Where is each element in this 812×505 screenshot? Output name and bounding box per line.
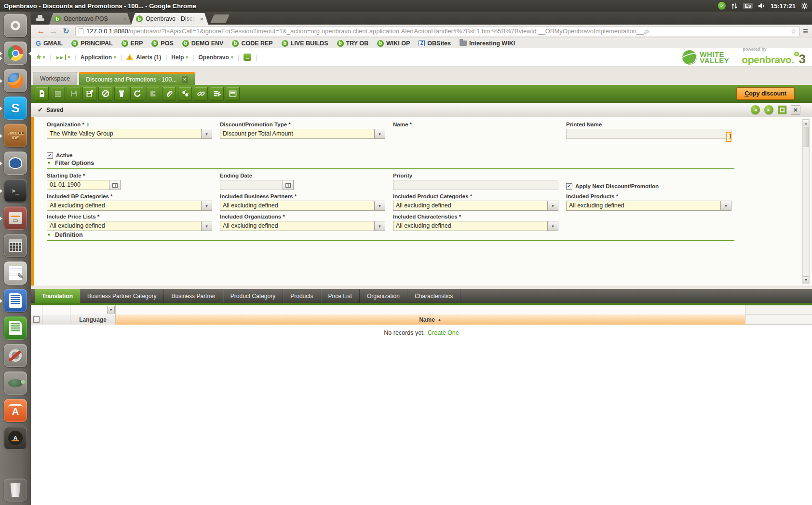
included-business-partners-input[interactable]: All excluding defined [220,201,375,211]
launcher-item-postgresql[interactable] [0,151,31,176]
filter-cell[interactable] [42,305,70,314]
bookmark-erp[interactable]: bERP [122,40,143,47]
launcher-item-tortoise-svn[interactable] [0,371,31,396]
included-product-categories-input[interactable]: All excluding defined [393,201,548,211]
include-price-lists-dropdown-button[interactable]: ▾ [202,221,212,231]
scroll-down-button[interactable]: ▼ [803,276,809,283]
chevron-down-icon[interactable]: ▾ [68,55,70,60]
link-button[interactable] [194,87,208,101]
child-tab-business-partner-category[interactable]: Business Partner Category [80,289,164,303]
launcher-item-system-settings[interactable] [0,344,31,368]
included-products-dropdown-button[interactable]: ▾ [721,201,731,211]
keyboard-layout-indicator[interactable]: Es [743,3,752,9]
network-icon[interactable] [731,2,738,10]
volume-icon[interactable] [758,2,765,9]
child-tab-characteristics[interactable]: Characteristics [407,289,460,303]
section-collapse-icon[interactable]: ▼ [47,161,51,165]
maximize-view-button[interactable] [778,106,786,114]
select-all-cell[interactable] [31,314,42,325]
launcher-item-software-updater[interactable]: A [0,426,31,450]
filter-cell[interactable] [31,305,42,314]
tab-close-icon[interactable]: × [182,76,188,83]
new-tab-button[interactable] [210,14,230,23]
tab-close-icon[interactable]: × [200,16,203,22]
child-tab-products[interactable]: Products [283,289,321,303]
bookmark-try-ob[interactable]: bTRY OB [337,40,369,47]
section-filter-options[interactable]: ▼ Filter Options [47,160,94,166]
personalize-button[interactable] [210,87,224,101]
starting-date-calendar-button[interactable] [109,180,121,190]
included-characteristics-input[interactable]: All excluding defined [393,221,548,231]
included-business-partners-dropdown-button[interactable]: ▾ [375,201,385,211]
browser-tab-openbravo-discounts[interactable]: b Openbravo - Discou × [131,13,208,25]
forward-button[interactable]: → [47,27,60,35]
organization-dropdown-button[interactable]: ▾ [202,129,212,139]
filter-cell-language[interactable]: ▾ [70,305,116,314]
next-record-button[interactable]: ► [764,105,773,114]
copy-discount-button[interactable]: Copy discount [736,87,795,100]
quick-create-icon[interactable]: ►► [55,55,63,60]
active-checkbox[interactable]: ✔ Active [47,152,73,159]
session-gear-icon[interactable] [801,2,808,10]
apply-next-checkbox[interactable]: ✔ Apply Next Discount/Promotion [566,183,659,190]
included-product-categories-dropdown-button[interactable]: ▾ [548,201,558,211]
menu-help[interactable]: Help [171,54,184,61]
promo-type-input[interactable]: Discount per Total Amount [220,129,375,139]
launcher-item-skype[interactable]: S [0,96,31,121]
attachment-button[interactable] [162,87,176,101]
launcher-item-dash[interactable] [0,14,31,38]
launcher-item-calculator[interactable] [0,234,31,258]
include-price-lists-input[interactable]: All excluding defined [47,221,202,231]
menu-application[interactable]: Application [81,54,112,61]
child-tab-business-partner[interactable]: Business Partner [164,289,223,303]
section-collapse-icon[interactable]: ▼ [47,232,51,237]
bookmark-demo-env[interactable]: bDEMO ENV [182,40,224,47]
bookmark-pos[interactable]: bPOS [151,40,173,47]
logout-icon[interactable]: → [244,54,251,61]
filter-cell-name[interactable] [116,305,745,314]
launcher-item-text-editor[interactable]: ✎ [0,261,31,286]
included-bp-categories-dropdown-button[interactable]: ▾ [202,201,212,211]
tab-close-icon[interactable]: × [122,16,126,22]
create-one-link[interactable]: Create One [428,329,459,336]
chevron-down-icon[interactable]: ▾ [114,55,116,60]
new-record-button[interactable] [35,87,49,101]
delete-button[interactable] [114,87,128,101]
column-header-name[interactable]: Name▲ [116,314,745,325]
chrome-menu-icon[interactable]: ≡ [803,27,808,36]
cancel-button[interactable] [98,87,112,101]
included-products-input[interactable]: All excluding defined [566,201,721,211]
bookmark-live-builds[interactable]: bLIVE BUILDS [282,40,328,47]
included-organizations-input[interactable]: All excluding defined [220,221,375,231]
bookmark-obsites[interactable]: ZOBSites [419,40,451,47]
section-definition[interactable]: ▼ Definition [47,232,83,238]
browser-tab-openbravo-pos[interactable]: b Openbravo POS × [49,13,131,25]
promo-type-dropdown-button[interactable]: ▾ [375,129,385,139]
launcher-item-libreoffice-calc[interactable] [0,316,31,341]
bookmark-interesting-wiki[interactable]: Interesting WIKI [460,40,515,47]
child-tab-translation[interactable]: Translation [35,289,80,303]
launcher-item-chrome[interactable] [0,41,31,66]
child-tab-price-list[interactable]: Price List [321,289,360,303]
back-button[interactable]: ← [35,27,47,35]
reload-button[interactable]: ↻ [60,27,72,35]
previous-record-button[interactable]: ◄ [751,105,760,114]
child-tab-product-category[interactable]: Product Category [223,289,283,303]
launcher-item-trash[interactable] [0,478,31,503]
chevron-down-icon[interactable]: ▾ [186,55,188,60]
organization-input[interactable]: The White Valley Group [47,129,202,139]
ending-date-input[interactable] [220,180,283,190]
checkbox-checked-icon[interactable]: ✔ [566,183,572,190]
launcher-item-firefox[interactable] [0,69,31,93]
address-bar[interactable]: 127.0.0.1:8080 /openbravo/?IsAjaxCall=1&… [75,26,800,36]
scroll-up-button[interactable]: ▲ [803,120,809,126]
launcher-item-software-center[interactable]: A [0,399,31,423]
grid-view-button[interactable] [51,87,65,101]
scrollbar-thumb[interactable] [803,127,809,147]
priority-input[interactable] [393,180,558,190]
filter-dropdown-button[interactable]: ▾ [107,306,115,314]
tab-discounts-promotions[interactable]: Discounts and Promotions - 100... × [79,72,194,85]
chevron-down-icon[interactable]: ▾ [231,55,233,60]
audit-trail-button[interactable] [178,87,192,101]
ending-date-calendar-button[interactable] [283,180,294,190]
